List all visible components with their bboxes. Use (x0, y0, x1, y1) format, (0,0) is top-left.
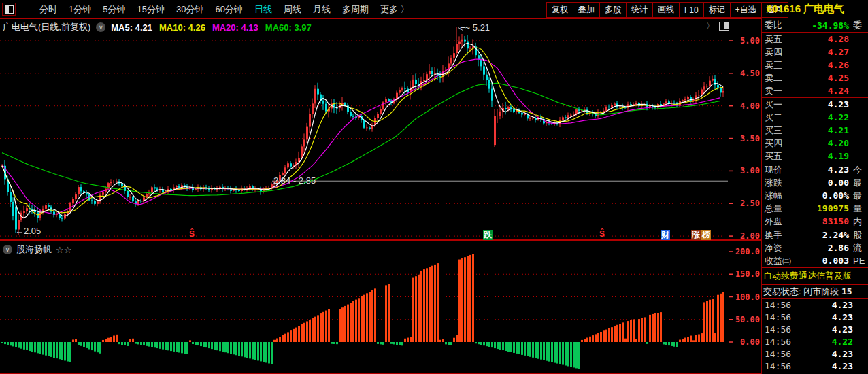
quote-row-卖五: 卖五4.28 (762, 33, 868, 46)
quote-row-value: 4.20 (803, 138, 849, 148)
period-tab-15分钟[interactable]: 15分钟 (137, 3, 164, 16)
trading-status-row: 交易状态: 闭市阶段 15 (762, 285, 868, 299)
quote-row-extra: PE (853, 256, 868, 266)
toolbar-button-画线[interactable]: 画线 (652, 3, 679, 17)
trade-list: 14:564.2314:564.2314:564.2314:564.2214:5… (762, 299, 868, 372)
status-value: 闭市阶段 (803, 286, 839, 298)
toolbar-button-叠加[interactable]: 叠加 (573, 3, 599, 17)
quote-row-涨跌: 涨跌0.00最 (762, 176, 868, 189)
marker-跌[interactable]: 跌 (483, 230, 493, 240)
quote-row-value: 4.26 (803, 60, 849, 70)
quote-row-extra: 最 (853, 177, 868, 189)
quote-row-label: 买一 (765, 99, 803, 111)
period-menu: 分时1分钟5分钟15分钟30分钟60分钟日线周线月线多周期更多 〉 (39, 0, 410, 18)
period-tab-更多 〉[interactable]: 更多 〉 (380, 3, 410, 16)
axis-label: 3.00 (730, 166, 760, 175)
period-tab-1分钟[interactable]: 1分钟 (69, 3, 91, 16)
sell-signal-marker[interactable]: Ŝ (599, 229, 605, 239)
ma-labels: MA5: 4.21MA10: 4.26MA20: 4.13MA60: 3.97 (111, 22, 311, 33)
chevron-down-icon[interactable]: ∨ (3, 245, 12, 254)
trade-time: 14:56 (765, 324, 791, 335)
period-tab-30分钟[interactable]: 30分钟 (176, 3, 203, 16)
quote-row-value: 83150 (803, 216, 849, 226)
quote-row-extra: 内 (853, 216, 868, 228)
ma-label: MA60: 3.97 (265, 22, 312, 33)
chevron-down-icon[interactable]: ∨ (96, 22, 105, 32)
period-tab-月线[interactable]: 月线 (313, 3, 331, 16)
quote-row-value: 0.00% (803, 190, 849, 201)
chart-header: 广电电气(日线,前复权) ∨ MA5: 4.21MA10: 4.26MA20: … (3, 21, 312, 33)
marker-榜[interactable]: 榜 (701, 230, 711, 240)
axis-label: 0.00 (730, 337, 760, 347)
ask-levels: 卖五4.28卖四4.27卖三4.26卖二4.25卖一4.24 (762, 33, 868, 97)
maximize-icon[interactable] (719, 22, 729, 31)
toolbar-button-复权[interactable]: 复权 (547, 3, 573, 17)
period-tab-60分钟[interactable]: 60分钟 (215, 3, 242, 16)
quote-row-买四: 买四4.20 (762, 137, 868, 150)
quote-row-value: 2.86 (803, 243, 849, 253)
expand-chevron-icon[interactable]: 〉 (706, 20, 714, 32)
period-tab-5分钟[interactable]: 5分钟 (103, 3, 125, 16)
ma-label: MA5: 4.21 (111, 22, 152, 33)
toolbar-button-统计[interactable]: 统计 (626, 3, 652, 17)
quote-row-label: 卖三 (765, 59, 803, 71)
quote-row-value: 4.19 (803, 151, 849, 161)
trade-row: 14:564.22 (762, 335, 868, 347)
indicator-stars: ☆☆ (56, 245, 71, 255)
quote-row-label: 买二 (765, 112, 803, 124)
quote-row-label: 换手 (765, 229, 803, 241)
period-tab-分时[interactable]: 分时 (39, 3, 57, 16)
topbar-border (0, 18, 868, 19)
quote-row-label: 净资 (765, 242, 803, 254)
quote-row-extra: 量 (853, 203, 868, 215)
marker-财[interactable]: 财 (661, 230, 670, 240)
trade-row: 14:564.23 (762, 299, 868, 311)
period-tab-多周期[interactable]: 多周期 (342, 3, 369, 16)
trade-time: 14:56 (765, 349, 791, 359)
quote-row-label: 涨跌 (765, 177, 803, 189)
quote-row-总量: 总量190975量 (762, 202, 868, 215)
stock-label: 601616 广电电气 (767, 3, 844, 16)
window-split-icon[interactable] (2, 3, 16, 16)
marker-涨[interactable]: 涨 (691, 230, 701, 240)
toolbar-button-+自选[interactable]: +自选 (730, 3, 761, 17)
quote-row-label: 卖一 (765, 85, 803, 97)
trade-time: 14:56 (765, 312, 791, 322)
axis-label: 4.50 (730, 69, 760, 78)
period-tab-日线[interactable]: 日线 (254, 3, 272, 16)
quote-row-卖四: 卖四4.27 (762, 46, 868, 58)
axis-label: 150.0 (730, 269, 760, 279)
axis-label: 4.00 (730, 101, 760, 111)
axis-label: 3.50 (730, 134, 760, 143)
candlestick-chart[interactable] (0, 0, 762, 374)
quote-row-label: 外盘 (765, 216, 803, 228)
axis-label: 50.00 (730, 315, 760, 324)
chart-corner-icons: 〉 (706, 20, 729, 32)
quote-row-label: 收益㈡ (765, 255, 803, 267)
quote-row-label: 买三 (765, 124, 803, 137)
toolbar-button-标记[interactable]: 标记 (703, 3, 730, 17)
trade-price: 4.22 (791, 337, 853, 347)
quote-row-label: 总量 (765, 203, 803, 215)
axis-label: 5.00 (730, 36, 760, 46)
quote-row-value: 4.23 (803, 99, 849, 109)
toolbar-button-多股[interactable]: 多股 (599, 3, 626, 17)
toolbar-button-F10[interactable]: F10 (679, 3, 703, 17)
quote-row-extra: 流 (853, 242, 868, 254)
status-label: 交易状态: (763, 286, 801, 298)
weibi-label: 委比 (765, 19, 803, 31)
quote-row-value: 4.23 (803, 165, 849, 175)
renewal-notice[interactable]: 自动续费通达信普及版 (762, 267, 868, 285)
trade-price: 4.23 (791, 324, 853, 335)
sell-signal-marker[interactable]: Ŝ (189, 229, 195, 239)
quote-row-卖一: 卖一4.24 (762, 84, 868, 97)
quote-row-value: 4.25 (803, 73, 849, 83)
period-tab-周线[interactable]: 周线 (284, 3, 301, 16)
quote-row-value: 4.21 (803, 125, 849, 135)
weibi-extra: 委 (853, 19, 868, 31)
weibi-value: -34.98% (803, 20, 849, 31)
trade-time: 14:56 (765, 361, 791, 371)
indicator-header: ∨ 股海扬帆 ☆☆ (3, 243, 71, 256)
quote-row-涨幅: 涨幅0.00%最 (762, 189, 868, 202)
quote-row-value: 0.003 (803, 256, 849, 266)
